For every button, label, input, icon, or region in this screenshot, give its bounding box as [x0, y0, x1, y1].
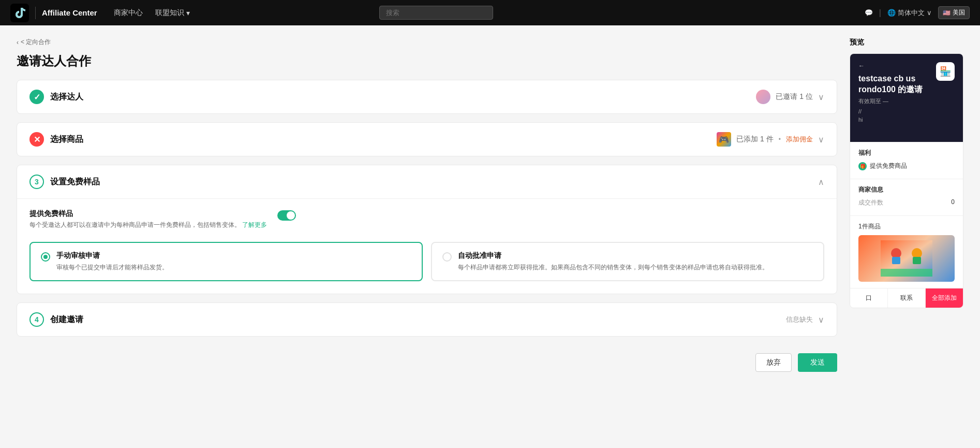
section1-meta-text: 已邀请 1 位 — [776, 92, 813, 102]
search-input[interactable] — [379, 6, 493, 20]
send-button[interactable]: 发送 — [798, 353, 837, 372]
section-create-invitation-header[interactable]: 4 创建邀请 信息缺失 ∨ — [17, 303, 837, 336]
preview-benefit-item: 🎁 提供免费商品 — [858, 162, 955, 170]
back-arrow-icon: ← — [858, 62, 865, 69]
section2-status-icon: ✕ — [29, 132, 44, 147]
section1-meta: 已邀请 1 位 ∨ — [756, 90, 824, 104]
navbar: Affiliate Center 商家中心 联盟知识 ▾ 💬 | 🌐 简体中文 … — [0, 0, 980, 25]
section-select-creator-header[interactable]: ✓ 选择达人 已邀请 1 位 ∨ — [17, 80, 837, 113]
navbar-right: 💬 | 🌐 简体中文 ∨ 🇺🇸 美国 — [865, 6, 970, 19]
preview-invitation: ← 🏪 testcase cb us rondo100 的邀请 有效期至 — /… — [850, 54, 963, 142]
radio-auto[interactable]: 自动批准申请 每个样品申请都将立即获得批准。如果商品包含不同的销售变体，则每个销… — [431, 242, 824, 281]
section1-status-icon: ✓ — [29, 90, 44, 104]
section4-meta: 信息缺失 ∨ — [786, 315, 824, 325]
brand-divider — [35, 7, 36, 19]
preview-contact-button[interactable]: 联系 — [888, 288, 925, 308]
section-free-sample: 3 设置免费样品 ∧ 提供免费样品 每个受邀达人都可以在邀请中为每种商品申请一件… — [17, 165, 837, 294]
toggle-desc: 每个受邀达人都可以在邀请中为每种商品申请一件免费样品，包括销售变体。 了解更多 — [29, 221, 267, 229]
section3-chevron-icon: ∧ — [818, 177, 824, 187]
section2-dot: • — [779, 136, 781, 143]
preview-merchant-title: 商家信息 — [858, 185, 955, 194]
free-sample-toggle-switch[interactable] — [277, 210, 296, 221]
section2-meta: 🎮 已添加 1 件 • 添加佣金 ∨ — [717, 132, 824, 147]
navbar-divider-right: | — [879, 8, 881, 18]
right-panel: 预览 ← 🏪 testcase cb us rondo100 的邀请 有效期至 … — [850, 38, 963, 380]
svg-rect-0 — [10, 4, 29, 22]
section4-status: 信息缺失 — [786, 315, 813, 324]
preview-extra: hi — [858, 117, 955, 123]
preview-action-buttons: 口 联系 全部添加 — [850, 288, 963, 308]
abandon-button[interactable]: 放弃 — [755, 353, 792, 372]
free-sample-toggle-area: 提供免费样品 每个受邀达人都可以在邀请中为每种商品申请一件免费样品，包括销售变体… — [29, 199, 824, 238]
section4-chevron-icon: ∨ — [818, 315, 824, 325]
section1-title: 选择达人 — [50, 92, 83, 103]
svg-rect-6 — [881, 269, 932, 277]
preview-benefits-title: 福利 — [858, 149, 955, 157]
language-selector[interactable]: 🌐 简体中文 ∨ — [887, 8, 932, 18]
preview-add-all-button[interactable]: 全部添加 — [926, 288, 963, 308]
region-selector[interactable]: 🇺🇸 美国 — [938, 6, 970, 19]
radio-manual[interactable]: 手动审核申请 审核每个已提交申请后才能将样品发货。 — [29, 242, 423, 281]
section-create-invitation: 4 创建邀请 信息缺失 ∨ — [17, 302, 837, 337]
section-select-creator: ✓ 选择达人 已邀请 1 位 ∨ — [17, 80, 837, 114]
svg-rect-3 — [892, 257, 900, 264]
section-free-sample-header[interactable]: 3 设置免费样品 ∧ — [17, 165, 837, 198]
product-avatar: 🎮 — [717, 132, 731, 147]
radio-auto-desc: 每个样品申请都将立即获得批准。如果商品包含不同的销售变体，则每个销售变体的样品申… — [458, 263, 768, 272]
radio-auto-dot — [442, 252, 452, 262]
preview-products: 1件商品 — [850, 215, 963, 288]
radio-manual-title: 手动审核申请 — [56, 251, 168, 261]
section3-body: 提供免费样品 每个受邀达人都可以在邀请中为每种商品申请一件免费样品，包括销售变体… — [17, 198, 837, 294]
section2-chevron-icon: ∨ — [818, 135, 824, 144]
search-area — [379, 6, 493, 20]
tiktok-icon — [10, 4, 29, 22]
stat-label: 成交件数 — [858, 198, 883, 207]
footer-actions: 放弃 发送 — [17, 345, 837, 380]
preview-stat-row: 成交件数 0 — [858, 198, 955, 207]
nav-alliance-knowledge[interactable]: 联盟知识 ▾ — [155, 8, 190, 18]
chevron-down-icon: ▾ — [186, 9, 190, 17]
radio-options: 手动审核申请 审核每个已提交申请后才能将样品发货。 自动批准申请 每个样品申请都… — [29, 242, 824, 281]
globe-icon: 🌐 — [887, 9, 896, 17]
preview-validity: 有效期至 — — [858, 97, 955, 105]
radio-manual-desc: 审核每个已提交申请后才能将样品发货。 — [56, 263, 168, 272]
section2-meta-text: 已添加 1 件 — [736, 135, 774, 144]
section1-chevron-icon: ∨ — [818, 92, 824, 102]
svg-rect-5 — [913, 257, 921, 264]
section4-number: 4 — [29, 312, 44, 327]
lang-chevron-icon: ∨ — [927, 9, 932, 17]
app-title: Affiliate Center — [42, 8, 97, 17]
breadcrumb[interactable]: ‹ < 定向合作 — [17, 38, 837, 47]
brand-logo[interactable]: Affiliate Center — [10, 4, 97, 22]
toggle-label: 提供免费样品 — [29, 209, 267, 219]
add-commission-link[interactable]: 添加佣金 — [786, 135, 813, 144]
preview-label: 预览 — [850, 38, 963, 47]
section4-title: 创建邀请 — [50, 314, 83, 325]
section-select-product-header[interactable]: ✕ 选择商品 🎮 已添加 1 件 • 添加佣金 ∨ — [17, 123, 837, 156]
preview-shop-icon: 🏪 — [936, 62, 955, 81]
left-panel: ‹ < 定向合作 邀请达人合作 ✓ 选择达人 已邀请 1 位 ∨ — [17, 38, 837, 380]
chat-icon[interactable]: 💬 — [865, 9, 873, 17]
preview-product-count: 1件商品 — [858, 222, 955, 231]
page-title: 邀请达人合作 — [17, 53, 837, 69]
gift-icon: 🎁 — [858, 162, 867, 170]
preview-desc: // — [858, 108, 955, 114]
section3-meta: ∧ — [818, 177, 824, 187]
stat-value: 0 — [951, 198, 955, 207]
section-select-product: ✕ 选择商品 🎮 已添加 1 件 • 添加佣金 ∨ — [17, 122, 837, 156]
flag-icon: 🇺🇸 — [943, 9, 951, 17]
radio-auto-title: 自动批准申请 — [458, 251, 768, 261]
creator-avatar — [756, 90, 770, 104]
section3-number: 3 — [29, 175, 44, 189]
radio-manual-dot — [41, 252, 50, 262]
section3-title: 设置免费样品 — [50, 177, 100, 187]
preview-save-button[interactable]: 口 — [850, 288, 887, 308]
learn-more-link[interactable]: 了解更多 — [242, 221, 267, 228]
nav-menu: 商家中心 联盟知识 ▾ — [114, 8, 190, 18]
preview-merchant-info: 商家信息 成交件数 0 — [850, 179, 963, 215]
nav-merchant-center[interactable]: 商家中心 — [114, 8, 143, 18]
main-content: ‹ < 定向合作 邀请达人合作 ✓ 选择达人 已邀请 1 位 ∨ — [0, 25, 980, 393]
product-illustration — [881, 240, 932, 277]
section2-title: 选择商品 — [50, 134, 83, 145]
preview-benefits: 福利 🎁 提供免费商品 — [850, 142, 963, 179]
